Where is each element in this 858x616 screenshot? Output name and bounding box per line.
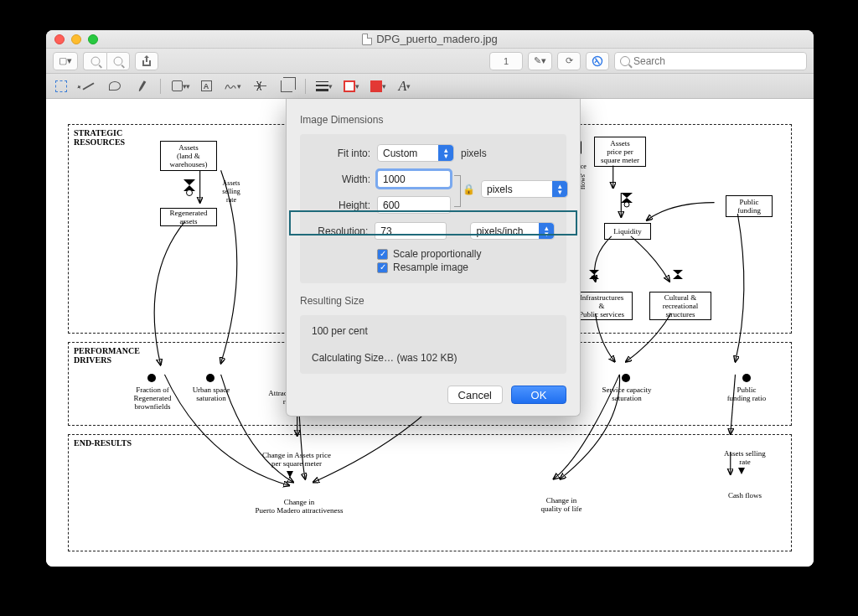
cancel-button[interactable]: Cancel	[447, 386, 503, 404]
fit-into-select[interactable]: Custom ▴▾	[377, 144, 454, 162]
width-label: Width:	[312, 173, 377, 185]
text-tool[interactable]: A	[198, 78, 214, 95]
line-weight-tool[interactable]	[316, 78, 333, 95]
wh-unit-select[interactable]: pixels ▴▾	[481, 180, 568, 198]
label-cashflows: Cash flows	[721, 491, 768, 500]
toolbar-markup: A A	[46, 74, 814, 99]
resolution-label: Resolution:	[312, 225, 375, 237]
resample-image-check[interactable]: ✓Resample image	[377, 261, 555, 273]
page-number-field[interactable]: 1	[489, 52, 523, 70]
resample-label: Resample image	[393, 261, 468, 273]
result-percent: 100 per cent	[312, 325, 555, 337]
search-icon	[620, 56, 630, 66]
divider	[305, 79, 306, 94]
label-fraction: Fraction ofRegeneratedbrownfields	[125, 386, 180, 411]
sign-tool[interactable]	[225, 78, 241, 95]
highlight-tool-button[interactable]: ✎▾	[528, 52, 552, 70]
resolution-unit-value: pixels/inch	[476, 225, 523, 237]
label-serv: Service capacitysaturation	[596, 386, 658, 402]
lock-icon[interactable]: 🔒	[463, 184, 475, 195]
resolution-unit-select[interactable]: pixels/inch ▴▾	[470, 222, 555, 240]
fill-color-tool[interactable]	[370, 78, 386, 95]
box-price: Assetsprice persquare meter	[594, 137, 646, 167]
width-field[interactable]: 1000	[377, 170, 451, 188]
dialog-section-dimensions: Image Dimensions	[300, 114, 566, 126]
valve-icon	[587, 270, 601, 283]
document-icon	[362, 34, 372, 45]
label-chg-attr: Change inPuerto Madero attractiveness	[249, 498, 349, 515]
zoom-out-button[interactable]	[83, 52, 106, 70]
fit-into-unit: pixels	[461, 148, 487, 159]
ok-button[interactable]: OK	[511, 386, 566, 404]
stroke-color-tool[interactable]	[343, 78, 359, 95]
window-title-text: DPG_puerto_madero.jpg	[376, 33, 498, 45]
lasso-tool[interactable]	[106, 78, 123, 95]
window-title: DPG_puerto_madero.jpg	[46, 33, 814, 45]
dot-fraction	[147, 374, 156, 382]
chevron-updown-icon: ▴▾	[438, 145, 453, 161]
wh-unit-value: pixels	[487, 184, 513, 195]
font-tool[interactable]: A	[396, 78, 413, 95]
label-assets-rate: Assets selling rate	[219, 179, 244, 204]
titlebar: DPG_puerto_madero.jpg	[46, 30, 814, 49]
label-chg-qol: Change inquality of life	[532, 496, 591, 513]
valve-icon	[182, 179, 197, 196]
valve-icon	[671, 270, 685, 283]
sketch-tool[interactable]	[133, 78, 150, 95]
label-chg-price: Change in Assets priceper square meter	[259, 451, 334, 468]
arrow-down-icon	[738, 468, 745, 474]
svg-point-1	[187, 190, 193, 196]
zoom-in-button[interactable]	[106, 52, 130, 70]
height-label: Height:	[312, 199, 377, 211]
label-urban: Urban spacesaturation	[185, 386, 237, 402]
share-button[interactable]	[135, 52, 158, 70]
sidebar-toggle-button[interactable]: ▢▾	[53, 52, 78, 70]
rotate-button[interactable]: ⟳	[557, 52, 581, 70]
search-field[interactable]	[614, 52, 807, 70]
divider	[160, 79, 161, 94]
valve-icon	[619, 193, 634, 208]
resolution-field[interactable]: 73	[375, 222, 446, 240]
height-field[interactable]: 600	[377, 196, 451, 214]
link-bracket	[454, 175, 461, 207]
scale-proportionally-check[interactable]: ✓Scale proportionally	[377, 248, 555, 260]
adjust-color-tool[interactable]	[251, 78, 268, 95]
arrow-down-icon	[287, 471, 293, 478]
dot-serv	[622, 374, 630, 382]
rect-select-tool[interactable]	[53, 78, 70, 95]
band-performance-label: PERFORMANCEDRIVERS	[74, 346, 140, 365]
resize-dialog: Image Dimensions Fit into: Custom ▴▾ pix…	[286, 99, 581, 417]
toolbar-main: ▢▾ 1 ✎▾ ⟳	[46, 49, 814, 74]
markup-toolbar-button[interactable]	[586, 52, 609, 70]
label-pfr: Publicfunding ratio	[721, 386, 772, 402]
box-assets: Assets(land &warehouses)	[160, 141, 217, 171]
band-strategic-label: STRATEGICRESOURCES	[74, 128, 125, 147]
band-end-label: END-RESULTS	[74, 438, 132, 448]
box-liquidity: Liquidity	[604, 223, 651, 240]
chevron-updown-icon: ▴▾	[539, 223, 554, 239]
box-public: Publicfunding	[726, 195, 773, 217]
label-sell-rate: Assets sellingrate	[718, 449, 772, 466]
result-size: Calculating Size… (was 102 KB)	[312, 352, 555, 364]
dialog-section-result: Resulting Size	[300, 295, 566, 307]
instant-alpha-tool[interactable]	[80, 78, 96, 95]
dot-urban	[206, 374, 214, 382]
search-input[interactable]	[633, 55, 801, 67]
crop-tool[interactable]	[278, 78, 295, 95]
svg-point-3	[624, 202, 629, 207]
chevron-updown-icon: ▴▾	[552, 181, 567, 197]
dot-pfr	[742, 374, 751, 382]
band-end: END-RESULTS	[68, 434, 792, 551]
box-regenerated: Regeneratedassets	[160, 208, 217, 226]
preview-window: DPG_puerto_madero.jpg ▢▾ 1 ✎▾ ⟳ A	[46, 30, 814, 567]
fit-into-value: Custom	[383, 148, 417, 159]
box-cultural: Cultural &recreationalstructures	[649, 292, 711, 320]
scale-label: Scale proportionally	[393, 248, 481, 260]
fit-into-label: Fit into:	[312, 148, 377, 159]
shapes-tool[interactable]	[171, 78, 188, 95]
